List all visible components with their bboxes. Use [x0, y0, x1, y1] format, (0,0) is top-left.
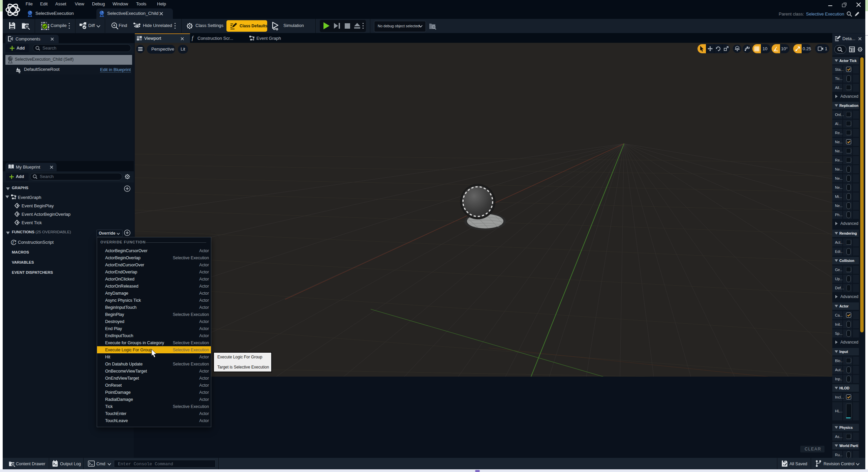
svg-text:f: f — [12, 240, 14, 245]
svg-text:f: f — [192, 35, 194, 41]
